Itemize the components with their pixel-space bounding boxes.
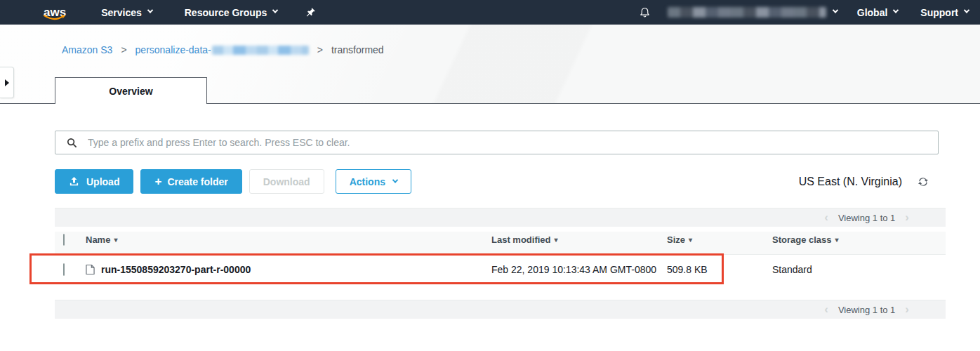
download-button[interactable]: Download <box>249 169 324 194</box>
upload-button-label: Upload <box>86 176 119 187</box>
column-header-storage-class-label: Storage class <box>772 234 832 245</box>
table-header-row: Name ▾ Last modified ▾ Size ▾ Storage cl… <box>55 232 946 255</box>
chevron-down-icon <box>272 7 278 13</box>
breadcrumb-current-folder: transformed <box>331 44 384 55</box>
pushpin-icon <box>305 7 316 18</box>
chevron-down-icon <box>964 7 969 13</box>
top-navigation-bar: aws Services Resource Groups Global Supp… <box>0 0 980 25</box>
support-label: Support <box>920 7 958 18</box>
size-cell: 509.8 KB <box>667 264 772 275</box>
nav-services-menu[interactable]: Services <box>101 7 152 18</box>
file-icon <box>86 264 95 275</box>
notifications-bell-icon[interactable] <box>639 6 651 19</box>
row-checkbox-cell <box>55 264 86 275</box>
breadcrumb-amazon-s3-link[interactable]: Amazon S3 <box>62 44 112 55</box>
support-menu[interactable]: Support <box>920 7 969 18</box>
viewing-range-label: Viewing 1 to 1 <box>838 213 895 223</box>
bucket-name-redacted <box>212 46 309 55</box>
sidebar-expand-toggle[interactable] <box>0 67 14 98</box>
region-selector-menu[interactable]: Global <box>857 7 899 18</box>
account-menu[interactable] <box>668 7 837 18</box>
sort-desc-icon: ▾ <box>835 236 839 244</box>
page-previous-icon[interactable]: ‹ <box>824 211 828 223</box>
prefix-search-box <box>55 131 939 154</box>
tab-overview-label: Overview <box>109 86 152 97</box>
column-header-size-label: Size <box>667 234 685 245</box>
create-folder-button-label: Create folder <box>167 176 227 187</box>
download-button-label: Download <box>263 176 310 187</box>
actions-dropdown-button[interactable]: Actions <box>336 169 411 194</box>
bucket-name-prefix: personalize-data- <box>135 44 211 55</box>
breadcrumb-separator-icon: > <box>121 44 126 55</box>
chevron-down-icon <box>392 177 398 183</box>
page-next-icon[interactable]: › <box>905 303 909 315</box>
toolbar: Upload + Create folder Download Actions … <box>55 169 946 194</box>
page-header-area: Amazon S3 > personalize-data- > transfor… <box>0 25 980 104</box>
storage-class-cell: Standard <box>772 264 946 275</box>
object-name-link[interactable]: run-1550859203270-part-r-00000 <box>101 264 251 275</box>
sort-desc-icon: ▾ <box>555 236 558 244</box>
upload-button[interactable]: Upload <box>55 169 133 194</box>
column-header-last-modified-label: Last modified <box>491 234 551 245</box>
current-region-label: US East (N. Virginia) <box>799 176 902 188</box>
chevron-down-icon <box>147 7 153 13</box>
nav-right-group: Global Support <box>639 6 969 19</box>
chevron-down-icon <box>893 7 899 13</box>
viewing-range-label: Viewing 1 to 1 <box>838 305 895 315</box>
column-header-storage-class[interactable]: Storage class ▾ <box>772 234 946 245</box>
pagination-bar-bottom: ‹ Viewing 1 to 1 › <box>55 300 946 319</box>
actions-button-label: Actions <box>350 176 385 187</box>
create-folder-button[interactable]: + Create folder <box>140 169 241 194</box>
region-area: US East (N. Virginia) <box>799 176 946 188</box>
aws-smile-icon <box>44 11 66 23</box>
page-next-icon[interactable]: › <box>905 211 909 223</box>
sort-desc-icon: ▾ <box>689 236 692 244</box>
chevron-down-icon <box>833 7 838 13</box>
breadcrumb-separator-icon: > <box>317 44 323 55</box>
breadcrumb: Amazon S3 > personalize-data- > transfor… <box>0 25 980 55</box>
pin-shortcuts-button[interactable] <box>305 7 316 18</box>
upload-icon <box>69 176 79 187</box>
triangle-right-icon <box>5 79 9 86</box>
sort-desc-icon: ▾ <box>114 236 117 244</box>
nav-resource-groups-label: Resource Groups <box>185 7 267 18</box>
breadcrumb-bucket-link[interactable]: personalize-data- <box>135 44 309 55</box>
region-selector-label: Global <box>857 7 888 18</box>
column-header-name[interactable]: Name ▾ <box>86 234 491 245</box>
main-content: Upload + Create folder Download Actions … <box>55 131 946 319</box>
table-row[interactable]: run-1550859203270-part-r-00000 Feb 22, 2… <box>55 255 946 284</box>
aws-logo[interactable]: aws <box>44 6 66 18</box>
column-header-name-label: Name <box>86 234 110 245</box>
objects-table-section: ‹ Viewing 1 to 1 › Name ▾ Last modified … <box>55 208 946 319</box>
page-previous-icon[interactable]: ‹ <box>824 303 828 315</box>
last-modified-cell: Feb 22, 2019 10:13:43 AM GMT-0800 <box>491 264 667 275</box>
object-name-cell: run-1550859203270-part-r-00000 <box>86 264 491 275</box>
nav-resource-groups-menu[interactable]: Resource Groups <box>185 7 277 18</box>
column-header-last-modified[interactable]: Last modified ▾ <box>491 234 667 245</box>
select-all-cell <box>55 234 86 245</box>
search-input[interactable] <box>86 136 938 149</box>
search-icon <box>67 138 77 148</box>
plus-icon: + <box>154 176 161 187</box>
refresh-icon[interactable] <box>918 176 929 187</box>
nav-services-label: Services <box>101 7 142 18</box>
pagination-bar-top: ‹ Viewing 1 to 1 › <box>55 208 946 227</box>
row-checkbox[interactable] <box>63 263 65 276</box>
account-name-redacted <box>668 7 826 18</box>
select-all-checkbox[interactable] <box>63 234 65 246</box>
tab-overview[interactable]: Overview <box>55 77 207 104</box>
column-header-size[interactable]: Size ▾ <box>667 234 772 245</box>
